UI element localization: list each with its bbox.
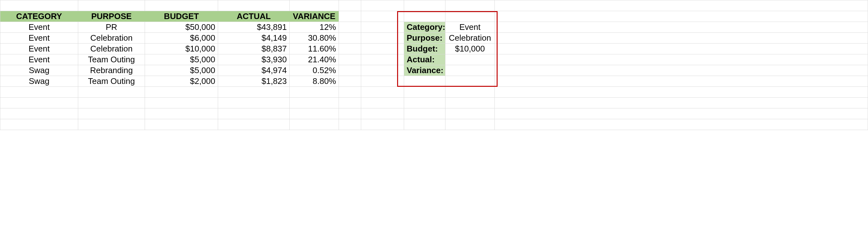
cell[interactable] [495, 0, 868, 11]
cell-actual[interactable]: $3,930 [218, 54, 290, 65]
cell[interactable] [339, 22, 361, 33]
cell[interactable] [361, 54, 404, 65]
header-actual[interactable]: ACTUAL [218, 11, 290, 22]
cell-budget[interactable]: $10,000 [145, 43, 218, 54]
cell-budget[interactable]: $2,000 [145, 76, 218, 87]
cell[interactable] [495, 108, 868, 119]
cell[interactable] [0, 119, 78, 130]
cell[interactable] [145, 108, 218, 119]
cell[interactable] [361, 98, 404, 108]
data-row[interactable]: Event Celebration $10,000 $8,837 11.60% … [0, 43, 868, 54]
cell[interactable] [495, 98, 868, 108]
cell[interactable] [445, 87, 495, 98]
cell[interactable] [145, 119, 218, 130]
cell[interactable] [495, 11, 868, 22]
cell[interactable] [218, 108, 290, 119]
data-row[interactable]: Swag Rebranding $5,000 $4,974 0.52% Vari… [0, 65, 868, 76]
cell[interactable] [404, 108, 445, 119]
cell[interactable] [339, 98, 361, 108]
cell[interactable] [339, 108, 361, 119]
cell-purpose[interactable]: Celebration [78, 43, 145, 54]
cell[interactable] [290, 119, 339, 130]
cell-actual[interactable]: $4,149 [218, 33, 290, 43]
cell-purpose[interactable]: Celebration [78, 33, 145, 43]
grid-row[interactable] [0, 0, 868, 11]
cell[interactable] [404, 0, 445, 11]
header-budget[interactable]: BUDGET [145, 11, 218, 22]
cell[interactable] [339, 76, 361, 87]
cell[interactable] [145, 0, 218, 11]
cell-purpose[interactable]: PR [78, 22, 145, 33]
cell[interactable] [361, 0, 404, 11]
data-row[interactable]: Swag Team Outing $2,000 $1,823 8.80% [0, 76, 868, 87]
grid-row[interactable] [0, 98, 868, 108]
cell[interactable] [78, 98, 145, 108]
cell[interactable] [218, 0, 290, 11]
header-variance[interactable]: VARIANCE [290, 11, 339, 22]
cell[interactable] [445, 119, 495, 130]
lookup-value-variance[interactable] [445, 65, 495, 76]
cell-actual[interactable]: $8,837 [218, 43, 290, 54]
cell[interactable] [495, 43, 868, 54]
cell[interactable] [404, 76, 445, 87]
cell[interactable] [495, 54, 868, 65]
cell[interactable] [339, 43, 361, 54]
grid-row[interactable] [0, 119, 868, 130]
cell[interactable] [218, 119, 290, 130]
cell[interactable] [495, 87, 868, 98]
cell[interactable] [361, 33, 404, 43]
cell[interactable] [339, 119, 361, 130]
cell[interactable] [445, 11, 495, 22]
cell[interactable] [290, 108, 339, 119]
cell[interactable] [339, 65, 361, 76]
cell-purpose[interactable]: Team Outing [78, 76, 145, 87]
cell[interactable] [361, 22, 404, 33]
cell-variance[interactable]: 0.52% [290, 65, 339, 76]
spreadsheet-grid[interactable]: CATEGORY PURPOSE BUDGET ACTUAL VARIANCE … [0, 0, 868, 130]
cell[interactable] [339, 87, 361, 98]
cell[interactable] [0, 108, 78, 119]
header-category[interactable]: CATEGORY [0, 11, 78, 22]
cell[interactable] [404, 87, 445, 98]
cell-budget[interactable]: $5,000 [145, 54, 218, 65]
cell[interactable] [445, 98, 495, 108]
cell[interactable] [78, 119, 145, 130]
cell[interactable] [145, 98, 218, 108]
grid-row[interactable] [0, 87, 868, 98]
cell-category[interactable]: Event [0, 43, 78, 54]
cell-actual[interactable]: $1,823 [218, 76, 290, 87]
cell[interactable] [78, 87, 145, 98]
cell[interactable] [218, 87, 290, 98]
cell[interactable] [0, 87, 78, 98]
lookup-label-actual[interactable]: Actual: [404, 54, 445, 65]
cell[interactable] [145, 87, 218, 98]
cell[interactable] [495, 33, 868, 43]
header-purpose[interactable]: PURPOSE [78, 11, 145, 22]
cell-variance[interactable]: 30.80% [290, 33, 339, 43]
cell[interactable] [445, 108, 495, 119]
lookup-label-category[interactable]: Category: [404, 22, 445, 33]
cell[interactable] [445, 76, 495, 87]
cell[interactable] [495, 65, 868, 76]
cell-purpose[interactable]: Team Outing [78, 54, 145, 65]
lookup-label-budget[interactable]: Budget: [404, 43, 445, 54]
cell-category[interactable]: Swag [0, 65, 78, 76]
cell-variance[interactable]: 8.80% [290, 76, 339, 87]
lookup-label-purpose[interactable]: Purpose: [404, 33, 445, 43]
cell[interactable] [339, 54, 361, 65]
cell[interactable] [404, 11, 445, 22]
cell[interactable] [361, 108, 404, 119]
lookup-label-variance[interactable]: Variance: [404, 65, 445, 76]
cell-actual[interactable]: $43,891 [218, 22, 290, 33]
cell[interactable] [339, 33, 361, 43]
cell-actual[interactable]: $4,974 [218, 65, 290, 76]
lookup-value-category[interactable]: Event [445, 22, 495, 33]
cell[interactable] [495, 22, 868, 33]
cell-budget[interactable]: $6,000 [145, 33, 218, 43]
lookup-value-actual[interactable] [445, 54, 495, 65]
cell[interactable] [339, 0, 361, 11]
cell[interactable] [78, 0, 145, 11]
cell[interactable] [361, 76, 404, 87]
data-row[interactable]: Event Team Outing $5,000 $3,930 21.40% A… [0, 54, 868, 65]
lookup-value-budget[interactable]: $10,000 [445, 43, 495, 54]
